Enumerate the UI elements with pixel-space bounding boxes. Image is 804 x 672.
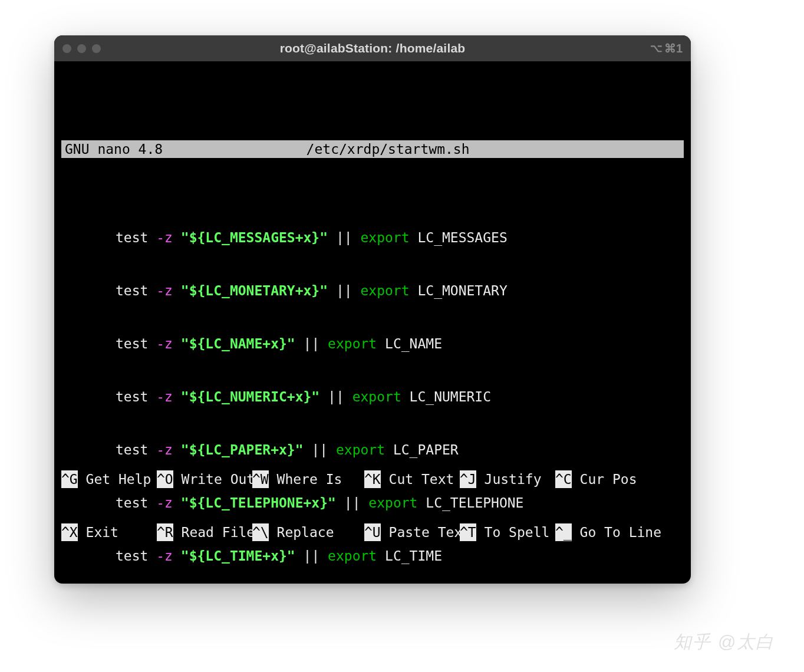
shortcut-item[interactable]: ^\ Replace [252,523,364,541]
shortcut-item[interactable]: ^J Justify [460,470,555,488]
shortcut-key: ^R [157,523,173,541]
shortcut-label: Write Out [173,470,255,488]
nano-shortcuts: ^G Get Help^O Write Out^W Where Is^K Cut… [61,435,684,577]
nano-app-name: GNU nano 4.8 [61,140,163,158]
code-line: test -z "${LC_NAME+x}" || export LC_NAME [61,335,684,353]
shortcut-item[interactable]: ^U Paste Text [364,523,460,541]
shortcut-item[interactable]: ^K Cut Text [364,470,460,488]
shortcut-key: ^T [460,523,476,541]
shortcut-item[interactable]: ^O Write Out [157,470,252,488]
shortcut-item[interactable]: ^G Get Help [61,470,157,488]
shortcut-label: To Spell [476,523,550,541]
shortcut-label: Exit [78,523,118,541]
shortcut-item[interactable]: ^C Cur Pos [555,470,644,488]
shortcut-key: ^O [157,470,173,488]
shortcut-item[interactable]: ^X Exit [61,523,157,541]
shortcut-row: ^X Exit^R Read File^\ Replace^U Paste Te… [61,523,684,541]
shortcut-row: ^G Get Help^O Write Out^W Where Is^K Cut… [61,470,684,488]
terminal-window: root@ailabStation: /home/ailab ⌥⌘1 GNU n… [54,35,691,584]
shortcut-key: ^J [460,470,476,488]
shortcut-key: ^U [364,523,381,541]
shortcut-item[interactable]: ^T To Spell [460,523,555,541]
shortcut-item[interactable]: ^_ Go To Line [555,523,655,541]
shortcut-label: Go To Line [572,523,661,541]
shortcut-key: ^W [252,470,269,488]
shortcut-key: ^\ [252,523,269,541]
shortcut-label: Cur Pos [572,470,637,488]
shortcut-item[interactable]: ^W Where Is [252,470,364,488]
shortcut-label: Justify [476,470,542,488]
nano-header: GNU nano 4.8 /etc/xrdp/startwm.sh [61,140,684,158]
titlebar: root@ailabStation: /home/ailab ⌥⌘1 [54,35,691,61]
shortcut-key: ^_ [555,523,572,541]
code-line: test -z "${LC_NUMERIC+x}" || export LC_N… [61,388,684,406]
shortcut-label: Get Help [78,470,151,488]
shortcut-item[interactable]: ^R Read File [157,523,252,541]
shortcut-label: Cut Text [381,470,454,488]
shortcut-label: Paste Text [381,523,470,541]
shortcut-label: Read File [173,523,255,541]
code-line: test -z "${LC_MONETARY+x}" || export LC_… [61,282,684,299]
shortcut-key: ^K [364,470,381,488]
nano-filename: /etc/xrdp/startwm.sh [163,140,684,158]
code-line: test -z "${LC_MESSAGES+x}" || export LC_… [61,229,684,246]
shortcut-key: ^C [555,470,572,488]
shortcut-key: ^G [61,470,78,488]
shortcut-key: ^X [61,523,78,541]
shortcut-label: Replace [269,523,334,541]
shortcut-label: Where Is [269,470,342,488]
watermark: 知乎 @太白 [674,630,775,654]
window-title: root@ailabStation: /home/ailab [54,41,691,55]
